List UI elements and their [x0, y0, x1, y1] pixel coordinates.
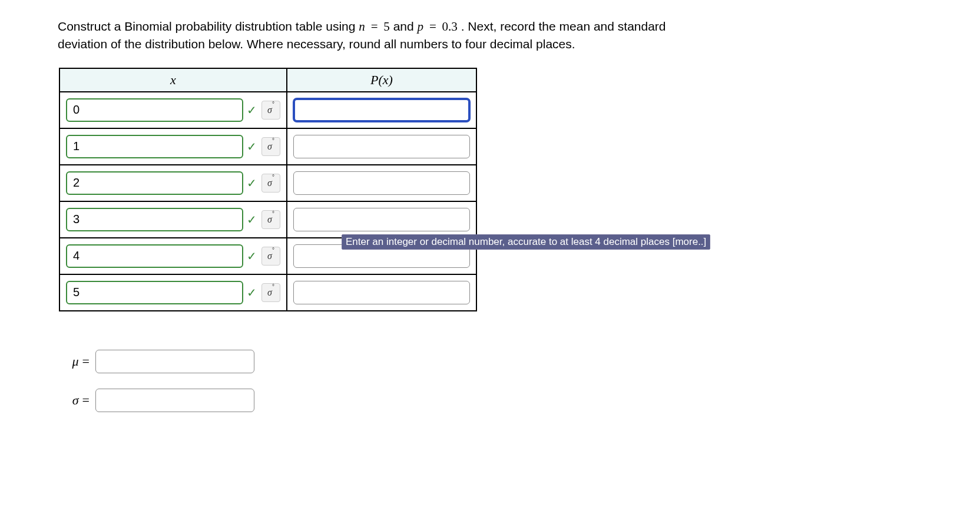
- x-input[interactable]: [66, 208, 243, 231]
- px-input[interactable]: [293, 281, 470, 304]
- prompt-n-symbol: n: [359, 19, 365, 34]
- x-cell: ✓σ°: [59, 201, 287, 238]
- stats-section: μ = σ =: [58, 350, 980, 412]
- question-prompt: Construct a Binomial probability distrub…: [58, 18, 711, 54]
- formula-icon: σ°: [267, 104, 274, 115]
- px-cell: [287, 274, 476, 311]
- formula-button[interactable]: σ°: [261, 283, 280, 302]
- mu-eq: =: [82, 354, 90, 369]
- mu-input[interactable]: [95, 350, 254, 373]
- table-row: ✓σ°: [59, 274, 476, 311]
- x-cell: ✓σ°: [59, 274, 287, 311]
- px-cell: [287, 201, 476, 238]
- formula-icon: σ°: [267, 141, 274, 152]
- header-px-open: P(: [370, 72, 383, 87]
- formula-icon: σ°: [267, 250, 274, 261]
- table-row: ✓σ°: [59, 92, 476, 128]
- check-icon: ✓: [247, 214, 258, 225]
- px-cell: [287, 128, 476, 165]
- px-cell: [287, 92, 476, 128]
- formula-button[interactable]: σ°: [261, 174, 280, 193]
- sigma-symbol: σ: [72, 393, 79, 408]
- sigma-label: σ =: [58, 393, 90, 408]
- prompt-p-symbol: p: [418, 19, 424, 34]
- sigma-input[interactable]: [95, 389, 254, 412]
- formula-button[interactable]: σ°: [261, 101, 280, 120]
- distribution-table: x P(x) ✓σ°✓σ°✓σ°✓σ°✓σ°✓σ°: [59, 68, 477, 311]
- header-x-label: x: [170, 72, 176, 87]
- formula-button[interactable]: σ°: [261, 210, 280, 229]
- prompt-text-2: and: [393, 19, 418, 33]
- formula-icon: σ°: [267, 177, 274, 188]
- x-cell: ✓σ°: [59, 165, 287, 201]
- x-input[interactable]: [66, 135, 243, 158]
- x-cell: ✓σ°: [59, 128, 287, 165]
- x-input[interactable]: [66, 281, 243, 304]
- check-icon: ✓: [247, 141, 258, 152]
- x-input[interactable]: [66, 171, 243, 195]
- x-input[interactable]: [66, 244, 243, 268]
- mu-label: μ =: [58, 354, 90, 369]
- mu-symbol: μ: [72, 354, 79, 369]
- check-icon: ✓: [247, 104, 258, 116]
- sigma-eq: =: [82, 393, 90, 408]
- table-row: ✓σ°: [59, 201, 476, 238]
- header-px-close: ): [389, 72, 393, 87]
- header-px-var: x: [383, 72, 389, 87]
- sigma-row: σ =: [58, 389, 980, 412]
- x-cell: ✓σ°: [59, 238, 287, 274]
- px-input[interactable]: [293, 208, 470, 231]
- input-tooltip[interactable]: Enter an integer or decimal number, accu…: [342, 234, 710, 250]
- header-x: x: [59, 68, 287, 92]
- table-row: ✓σ°: [59, 165, 476, 201]
- prompt-p-value: 0.3: [442, 19, 458, 34]
- prompt-eq2: =: [427, 19, 439, 34]
- prompt-n-value: 5: [383, 19, 390, 34]
- header-px: P(x): [287, 68, 476, 92]
- prompt-text-1: Construct a Binomial probability distrub…: [58, 19, 359, 33]
- check-icon: ✓: [247, 177, 258, 189]
- px-cell: [287, 165, 476, 201]
- formula-icon: σ°: [267, 287, 274, 298]
- check-icon: ✓: [247, 250, 258, 262]
- prompt-eq1: =: [369, 19, 380, 34]
- formula-button[interactable]: σ°: [261, 137, 280, 156]
- table-row: ✓σ°: [59, 128, 476, 165]
- mu-row: μ =: [58, 350, 980, 373]
- x-input[interactable]: [66, 98, 243, 122]
- px-input[interactable]: [293, 135, 470, 158]
- x-cell: ✓σ°: [59, 92, 287, 128]
- formula-button[interactable]: σ°: [261, 247, 280, 266]
- px-input[interactable]: [293, 171, 470, 195]
- px-input[interactable]: [293, 98, 470, 122]
- check-icon: ✓: [247, 287, 258, 299]
- formula-icon: σ°: [267, 214, 274, 225]
